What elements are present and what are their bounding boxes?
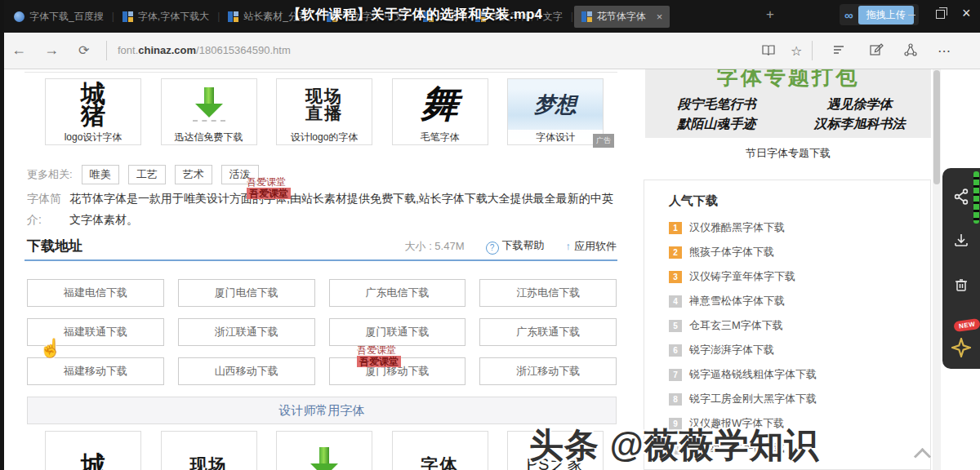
download-button[interactable]: 江苏电信下载: [479, 279, 617, 307]
font-preview-card[interactable]: 梦想字体设计广告: [507, 78, 604, 145]
font-art: 城: [46, 432, 140, 470]
promo-font-sample: 遇见徐学体: [788, 95, 931, 114]
font-pack-promo[interactable]: 字体专题打包 段宁毛笔行书遇见徐学体默陌山魂手迹汉标李旭科书法: [645, 59, 931, 138]
list-item[interactable]: 8锐字工房金刚大黑字体下载: [669, 392, 930, 406]
font-preview-card[interactable]: 迅达信免费下载: [161, 78, 257, 145]
download-tray-icon[interactable]: [952, 232, 970, 250]
scrollbar-thumb[interactable]: [933, 70, 940, 184]
tab-separator: |: [217, 11, 220, 22]
download-arrow-icon: [310, 463, 338, 470]
tab-title: 字体,字体下载大: [138, 10, 209, 24]
font-preview-card[interactable]: [276, 431, 372, 470]
font-card-label: 设计logo的字体: [277, 130, 372, 144]
restore-window-icon[interactable]: [936, 10, 945, 19]
browser-tab[interactable]: 花节体字体×: [574, 6, 670, 28]
font-card-label: logo设计字体: [46, 130, 140, 144]
font-preview-card[interactable]: 现场: [161, 431, 257, 470]
holiday-pack-link[interactable]: 节日字体专题下载: [645, 146, 931, 161]
font-preview-card[interactable]: 舞毛笔字体: [392, 78, 488, 145]
font-preview-card[interactable]: 现场 直播设计logo的字体: [276, 78, 372, 145]
favicon-part: [587, 11, 592, 16]
back-icon[interactable]: ←: [11, 42, 26, 59]
web-note-icon[interactable]: [869, 42, 884, 57]
video-title-overlay: 【软件课程】关于字体的选择和安装.mp4: [287, 6, 543, 24]
list-item[interactable]: 7锐字逼格锐线粗体字体下载: [669, 367, 930, 382]
popular-item-label: 锐字澎湃字体下载: [689, 343, 774, 357]
rank-badge: 2: [669, 246, 682, 259]
font-art: [162, 79, 256, 130]
font-intro: 字体简 介: 花节体字体是一款用于唯美设计方面的字体,由站长素材提供免费下载,站…: [27, 188, 617, 230]
font-art: 舞: [393, 79, 488, 130]
browser-tab[interactable]: 字体下载_百度搜: [7, 6, 111, 28]
more-icon[interactable]: ⋯: [938, 43, 951, 59]
url-field[interactable]: font.chinaz.com/180615364590.htm: [118, 44, 291, 56]
related-tag[interactable]: 唯美: [82, 165, 119, 184]
download-arrow-icon: [195, 104, 223, 118]
download-button[interactable]: 广东电信下载: [329, 279, 466, 307]
list-item[interactable]: 1汉仪雅酷黑字体下载: [669, 220, 930, 235]
font-preview-card[interactable]: 城: [45, 431, 141, 470]
tab-separator: |: [571, 11, 573, 22]
share-nodes-icon[interactable]: [952, 188, 970, 206]
font-art: 城 猪: [46, 79, 140, 130]
browser-tab[interactable]: 字体,字体下载大: [115, 6, 216, 28]
pin-panel[interactable]: [942, 326, 980, 369]
promo-font-samples: 段宁毛笔行书遇见徐学体默陌山魂手迹汉标李旭科书法: [645, 95, 931, 134]
download-arrow-icon: [308, 447, 341, 470]
forward-icon[interactable]: →: [44, 42, 59, 59]
rank-badge: 1: [669, 222, 682, 234]
download-button[interactable]: 厦门联通下载: [329, 318, 466, 346]
list-item[interactable]: 2熊孩子体字体下载: [669, 245, 930, 259]
trash-icon[interactable]: [952, 276, 970, 294]
favicon-part: [128, 17, 133, 22]
accent-divider: [24, 259, 617, 261]
download-button[interactable]: 山西移动下载: [178, 357, 315, 385]
tab-close-icon[interactable]: ×: [657, 11, 663, 23]
refresh-icon[interactable]: ⟳: [78, 42, 89, 58]
drag-upload-button[interactable]: 拖拽上传: [858, 6, 914, 24]
webpage: 城 猪logo设计字体迅达信免费下载现场 直播设计logo的字体舞毛笔字体梦想字…: [0, 69, 980, 470]
rank-badge: 7: [669, 369, 682, 381]
download-button[interactable]: 广东联通下载: [479, 318, 617, 346]
share-icon[interactable]: [903, 42, 918, 57]
font-card-label: 迅达信免费下载: [162, 130, 256, 144]
close-window-icon[interactable]: ×: [962, 5, 971, 22]
hub-icon[interactable]: [831, 42, 846, 57]
list-item[interactable]: 3汉仪铸字童年体字下载: [669, 269, 930, 284]
font-preview-card[interactable]: 城 猪logo设计字体: [45, 78, 141, 145]
download-arrow-icon: [193, 87, 225, 122]
pin-icon: [951, 338, 971, 357]
app-software-link[interactable]: ↑应用软件: [566, 239, 617, 254]
rank-badge: 6: [669, 344, 682, 357]
red-watermark-line1: 吾爱课堂: [247, 176, 291, 188]
minimize-icon[interactable]: [908, 15, 915, 16]
video-left-edge: [0, 0, 4, 470]
list-item[interactable]: 4禅意雪松体字体下载: [669, 294, 930, 308]
list-item[interactable]: 6锐字澎湃字体下载: [669, 343, 930, 357]
download-button[interactable]: 福建移动下载: [27, 357, 164, 385]
font-card-label: 毛笔字体: [393, 130, 488, 144]
download-grid: 福建电信下载厦门电信下载广东电信下载江苏电信下载福建联通下载浙江联通下载厦门联通…: [27, 279, 617, 385]
intro-label: 字体简 介:: [27, 188, 69, 230]
favicon-part: [234, 11, 238, 22]
site-favicon-icon: [122, 11, 133, 22]
designer-fonts-button[interactable]: 设计师常用字体: [27, 397, 617, 424]
site-favicon-icon: [228, 11, 238, 22]
new-tab-button[interactable]: +: [766, 7, 774, 23]
favorites-star-icon[interactable]: ☆: [791, 43, 802, 59]
download-button[interactable]: 福建电信下载: [27, 279, 164, 307]
download-button[interactable]: 浙江移动下载: [479, 357, 617, 385]
list-item[interactable]: 5仓耳玄三M字体下载: [669, 318, 930, 333]
related-tag[interactable]: 艺术: [175, 165, 212, 184]
download-help-link[interactable]: ?下载帮助: [486, 238, 545, 255]
font-preview-card[interactable]: 字体: [392, 431, 488, 470]
download-section-header: 下载地址 大小 : 5.47M ?下载帮助 ↑应用软件: [27, 237, 617, 255]
related-tag[interactable]: 工艺: [128, 165, 166, 184]
address-bar: ← → ⟳ font.chinaz.com/180615364590.htm ☆…: [0, 33, 980, 69]
tab-separator: |: [112, 11, 114, 22]
reading-view-icon[interactable]: [761, 42, 776, 57]
download-arrow-icon: [319, 447, 329, 463]
download-button[interactable]: 厦门电信下载: [178, 279, 315, 307]
download-button[interactable]: 浙江联通下载: [178, 318, 315, 346]
favicon-part: [234, 11, 238, 16]
